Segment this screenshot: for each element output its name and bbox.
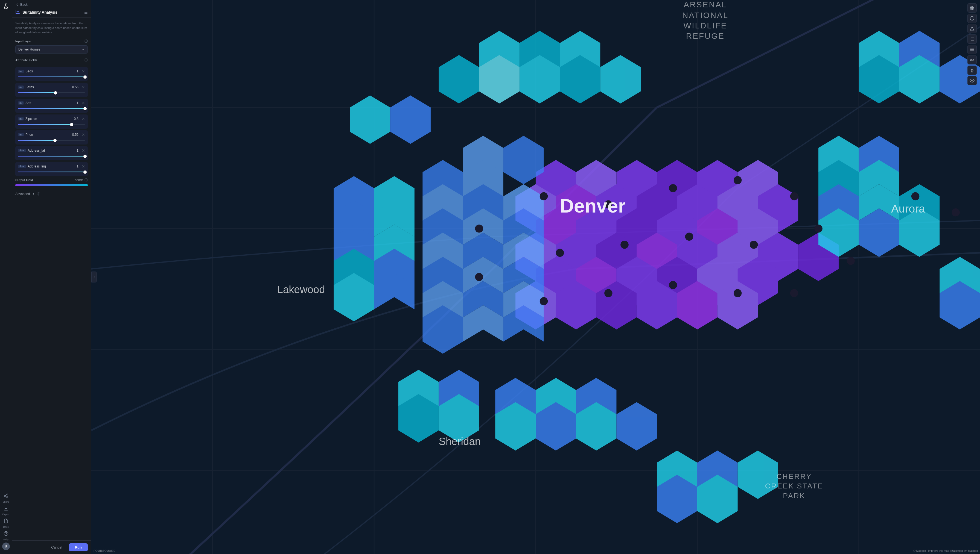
svg-point-143 [604,289,613,297]
cancel-button[interactable]: Cancel [47,543,67,551]
svg-marker-59 [439,55,479,103]
slider-container[interactable] [18,170,85,174]
eye-button[interactable] [967,76,977,85]
map-collapse-button[interactable]: ‹ [91,272,97,282]
analysis-icon [15,9,20,15]
advanced-info-icon[interactable]: ⓘ [37,192,40,196]
slider-fill [18,124,72,125]
layers-list-button[interactable] [967,45,977,54]
slider-container[interactable] [18,75,85,79]
slider-container[interactable] [18,154,85,158]
text-button[interactable]: Aa [967,55,977,64]
svg-point-131 [540,192,548,201]
field-type-badge: int [18,70,24,73]
slider-thumb[interactable] [53,139,57,142]
svg-marker-104 [738,451,778,499]
output-field-info-icon[interactable]: ⓘ [85,178,88,183]
svg-line-4 [5,495,6,495]
sidebar-help[interactable] [2,529,10,538]
field-row-beds: int Beds 1 ✕ [15,67,88,81]
field-value: 1 [77,69,78,73]
slider-container[interactable] [18,91,85,95]
svg-marker-101 [390,96,431,144]
field-remove-sqft[interactable]: ✕ [82,101,85,105]
field-row-top: int Baths 0.56 ✕ [18,85,85,89]
field-row-top: float Address_lat 1 ✕ [18,148,85,153]
panel-description: Suitability Analysis evaluates the locat… [15,21,88,35]
back-button[interactable]: Back [15,3,88,6]
input-layer-select[interactable]: Denver Homes [15,45,88,54]
map-attribution: © Mapbox | Improve this map | Basemap by… [913,549,978,552]
field-remove-baths[interactable]: ✕ [82,85,85,89]
slider-track [18,156,85,156]
svg-text:ARSENAL: ARSENAL [683,0,727,9]
field-label-group: int Zipcode [18,117,37,121]
slider-thumb[interactable] [83,154,87,158]
fields-container: int Beds 1 ✕ int Baths 0.56 ✕ [15,67,88,176]
slider-thumb[interactable] [83,170,87,174]
svg-point-180 [972,80,973,81]
svg-marker-63 [600,55,641,103]
field-type-badge: float [18,149,26,152]
slider-container[interactable] [18,138,85,142]
field-label-group: float Address_lng [18,164,46,168]
field-row-baths: int Baths 0.56 ✕ [15,83,88,97]
field-label-group: float Address_lat [18,149,45,153]
shape-button[interactable] [967,24,977,33]
field-remove-address_lat[interactable]: ✕ [82,148,85,153]
svg-text:Denver: Denver [560,195,626,217]
attribute-fields-header: Attribute Fields ⓘ [15,58,88,62]
field-name: Address_lat [28,149,45,153]
sidebar-share[interactable] [2,492,10,500]
field-remove-price[interactable]: ✕ [82,132,85,137]
svg-text:Lakewood: Lakewood [277,283,325,295]
field-row-address_lat: float Address_lat 1 ✕ [15,146,88,160]
code-button[interactable]: {} [967,65,977,75]
advanced-row[interactable]: Advanced ⓘ [15,190,88,198]
docs-label: Docs [3,525,9,529]
slider-thumb[interactable] [70,123,73,126]
sidebar-docs[interactable] [2,517,10,525]
slider-container[interactable] [18,107,85,111]
field-remove-zipcode[interactable]: ✕ [82,117,85,121]
field-name: Price [26,133,33,137]
list-button[interactable] [967,34,977,44]
run-button[interactable]: Run [69,543,88,551]
svg-point-140 [814,224,822,233]
user-avatar[interactable]: U [2,543,10,550]
layers-button[interactable] [967,3,977,13]
cube-button[interactable] [967,14,977,23]
sidebar-export[interactable] [2,504,10,513]
field-remove-beds[interactable]: ✕ [82,69,85,73]
field-name: Address_lng [28,164,46,168]
map-area[interactable]: ROCKY MOUNTAIN ARSENAL NATIONAL WILDLIFE… [91,0,980,554]
svg-point-147 [952,209,960,217]
svg-marker-100 [350,96,390,144]
slider-container[interactable] [18,123,85,126]
svg-text:CHERRY: CHERRY [777,472,812,481]
field-name: Beds [26,69,33,73]
slider-fill [18,92,56,93]
svg-point-148 [475,224,483,233]
slider-thumb[interactable] [83,75,87,79]
input-layer-info-icon[interactable]: ⓘ [85,39,88,44]
field-remove-address_lng[interactable]: ✕ [82,164,85,169]
attribute-fields-info-icon[interactable]: ⓘ [85,58,88,62]
svg-text:PARK: PARK [783,492,805,500]
svg-text:Aurora: Aurora [891,202,925,215]
svg-text:Sheridan: Sheridan [439,435,481,447]
slider-thumb[interactable] [54,91,57,94]
svg-rect-166 [970,6,972,7]
field-row-top: int Zipcode 0.8 ✕ [18,117,85,121]
svg-text:REFUGE: REFUGE [686,32,725,40]
svg-point-2 [6,497,8,498]
field-label-group: int Baths [18,85,34,89]
slider-thumb[interactable] [83,107,87,110]
input-layer-section: Input Layer ⓘ [15,39,88,44]
field-row-address_lng: float Address_lng 1 ✕ [15,162,88,176]
svg-point-145 [734,289,742,297]
svg-rect-169 [973,8,974,10]
panel-menu-icon[interactable]: ☰ [84,10,88,14]
export-label: Export [2,513,9,516]
field-row-top: int Sqft 1 ✕ [18,101,85,105]
